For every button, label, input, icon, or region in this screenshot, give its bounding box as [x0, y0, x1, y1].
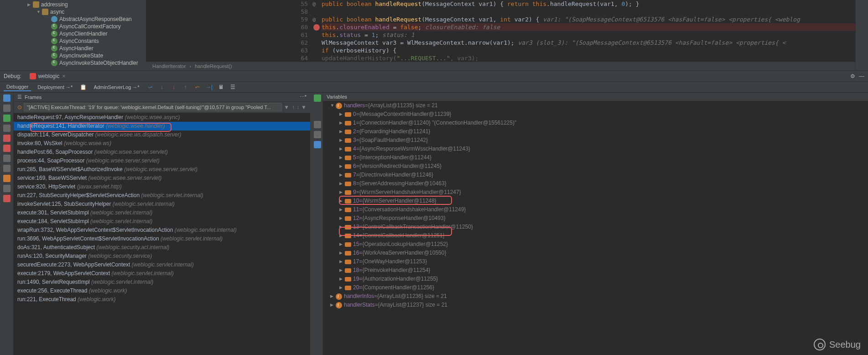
var-item[interactable]: ▶17 = {OneWayHandler@11253}: [323, 257, 868, 266]
var-item[interactable]: ▶16 = {WorkAreaServerHandler@10550}: [323, 249, 868, 257]
frame-item[interactable]: handleRequest:141, HandlerIterator (webl…: [14, 122, 310, 131]
frame-item[interactable]: handlePost:66, SoapProcessor (weblogic.w…: [14, 148, 310, 157]
var-item[interactable]: ▶0 = {MessageContextInitHandler@11239}: [323, 110, 868, 119]
frame-item[interactable]: invokeServlet:125, StubSecurityHelper (w…: [14, 200, 310, 209]
var-item[interactable]: ▶10 = {WsrmServerHandler@11248}: [323, 197, 868, 205]
expand-icon[interactable]: [314, 121, 321, 128]
var-item[interactable]: ▶3 = {SoapFaultHandler@11242}: [323, 136, 868, 145]
tree-item[interactable]: AsyncConstants: [0, 37, 146, 45]
frame-item[interactable]: handleRequest:97, AsyncResponseHandler (…: [14, 113, 310, 122]
var-item[interactable]: ▶5 = {InterceptionHandler@11244}: [323, 153, 868, 162]
prev-frame-icon[interactable]: ↑: [292, 104, 295, 110]
code-content[interactable]: public boolean handleRequest(MessageCont…: [322, 0, 855, 62]
step-out-icon[interactable]: ↑: [182, 83, 190, 91]
frame-item[interactable]: process:44, SoapProcessor (weblogic.wsee…: [14, 157, 310, 165]
var-item[interactable]: ▶19 = {AuthorizationHandler@11255}: [323, 275, 868, 283]
frame-item[interactable]: securedExecute:2273, WebAppServletContex…: [14, 261, 310, 269]
frame-item[interactable]: execute:256, ExecuteThread (weblogic.wor…: [14, 287, 310, 295]
tree-item[interactable]: AsyncHandler: [0, 45, 146, 52]
frame-item[interactable]: service:169, BaseWSServlet (weblogic.wse…: [14, 174, 310, 183]
frame-item[interactable]: run:1490, ServletRequestImpl (weblogic.s…: [14, 278, 310, 287]
update-icon[interactable]: [3, 104, 10, 112]
drop-frame-icon[interactable]: ⤺: [193, 83, 202, 91]
stop-icon[interactable]: [3, 135, 10, 142]
frame-item[interactable]: invoke:80, WsSkel (weblogic.wsee.ws): [14, 139, 310, 148]
variables-list[interactable]: ▼handlers = {ArrayList@11235} size = 21 …: [323, 101, 868, 355]
minimize-icon[interactable]: —: [859, 73, 864, 79]
frame-item[interactable]: execute:301, ServletStubImpl (weblogic.s…: [14, 209, 310, 217]
tab-adminserverlog[interactable]: AdminServerLog →*: [91, 84, 142, 91]
var-item[interactable]: ▶6 = {VersionRedirectHandler@11245}: [323, 162, 868, 171]
var-item[interactable]: ▶8 = {ServerAddressingHandler@10463}: [323, 179, 868, 188]
frame-item[interactable]: doAs:321, AuthenticatedSubject (weblogic…: [14, 243, 310, 252]
frame-item[interactable]: run:285, BaseWSServlet$AuthorizedInvoke …: [14, 165, 310, 174]
layout-icon[interactable]: ☰: [229, 83, 237, 91]
var-item[interactable]: ▶handlerInfos = {ArrayList@11236} size =…: [323, 292, 868, 301]
add-watch-icon[interactable]: [314, 94, 321, 102]
frame-item[interactable]: service:820, HttpServlet (javax.servlet.…: [14, 183, 310, 191]
force-step-into-icon[interactable]: ↓: [170, 83, 178, 91]
tree-item[interactable]: AsyncCallContextFactory: [0, 23, 146, 30]
var-item[interactable]: ▶13 = {ControlCallbackTransactionHandler…: [323, 223, 868, 231]
breadcrumb-class[interactable]: HandlerIterator: [152, 63, 186, 69]
tree-item[interactable]: AsyncInvokeStateObjectHandler: [0, 59, 146, 67]
var-handlers[interactable]: ▼handlers = {ArrayList@11235} size = 21: [323, 101, 868, 110]
frame-item[interactable]: wrapRun:3732, WebAppServletContext$Servl…: [14, 226, 310, 235]
var-item[interactable]: ▶handlerStats = {ArrayList@11237} size =…: [323, 301, 868, 309]
var-item[interactable]: ▶11 = {ConversationHandshakeHandler@1124…: [323, 205, 868, 214]
frame-item[interactable]: run:221, ExecuteThread (weblogic.work): [14, 295, 310, 304]
var-item[interactable]: ▶9 = {WsrmServerHandshakeHandler@11247}: [323, 188, 868, 197]
run-to-cursor-icon[interactable]: →|: [205, 83, 213, 91]
rerun-icon[interactable]: [3, 94, 10, 102]
pause-icon[interactable]: [3, 125, 10, 132]
var-item[interactable]: ▶7 = {DirectInvokeHandler@11246}: [323, 171, 868, 179]
tree-item[interactable]: AbstractAsyncResponseBean: [0, 16, 146, 23]
next-frame-icon[interactable]: ↓: [296, 104, 299, 110]
step-into-icon[interactable]: ↓: [158, 83, 166, 91]
step-over-icon[interactable]: ⤻: [146, 83, 154, 91]
pin-icon[interactable]: [3, 175, 10, 182]
debug-config-tab[interactable]: weblogic×: [26, 72, 69, 80]
filter-icon[interactable]: ▼: [301, 104, 307, 110]
gear-icon[interactable]: ⚙: [850, 73, 855, 79]
restore-layout-icon[interactable]: ☰: [17, 94, 22, 100]
evaluate-icon[interactable]: 🖩: [217, 83, 225, 91]
tree-item-addressing[interactable]: ▶addressing: [0, 1, 146, 8]
frame-item[interactable]: execute:184, ServletStubImpl (weblogic.s…: [14, 217, 310, 226]
resume-icon[interactable]: [3, 115, 10, 122]
frame-item[interactable]: run:3696, WebAppServletContext$ServletIn…: [14, 235, 310, 243]
var-item[interactable]: ▶2 = {ForwardingHandler@11241}: [323, 127, 868, 136]
breadcrumb[interactable]: HandlerIterator›handleRequest(): [146, 62, 855, 70]
var-item[interactable]: ▶20 = {ComponentHandler@11256}: [323, 283, 868, 292]
more-icon[interactable]: ⋯*: [300, 94, 307, 100]
close-icon[interactable]: ×: [62, 73, 65, 79]
server-icon[interactable]: 📋: [79, 83, 87, 91]
project-tree[interactable]: ▶addressing ▼async AbstractAsyncResponse…: [0, 0, 146, 70]
settings-icon[interactable]: [3, 165, 10, 172]
frame-item[interactable]: execute:2179, WebAppServletContext (webl…: [14, 269, 310, 278]
tree-item[interactable]: AsyncClientHandler: [0, 30, 146, 37]
thread-selector[interactable]: "[ACTIVE] ExecuteThread: '19' for queue:…: [24, 103, 282, 111]
mute-breakpoints-icon[interactable]: [3, 155, 10, 162]
var-item[interactable]: ▶1 = {ConnectionHandler@11240} "(Connect…: [323, 119, 868, 127]
frame-item[interactable]: runAs:120, SecurityManager (weblogic.sec…: [14, 252, 310, 261]
settings-icon[interactable]: [314, 141, 321, 148]
frame-item[interactable]: run:227, StubSecurityHelper$ServletServi…: [14, 191, 310, 200]
var-item[interactable]: ▶4 = {AsyncResponseWsrmWsscHandler@11243…: [323, 145, 868, 153]
right-toolstrip[interactable]: [855, 0, 868, 70]
copy-icon[interactable]: [314, 131, 321, 138]
var-item[interactable]: ▶15 = {OperationLookupHandler@11252}: [323, 240, 868, 249]
breadcrumb-method[interactable]: handleRequest(): [195, 63, 232, 69]
var-item[interactable]: ▶18 = {PreinvokeHandler@11254}: [323, 266, 868, 275]
tab-deployment[interactable]: Deployment →*: [35, 84, 75, 91]
tab-debugger[interactable]: Debugger: [4, 83, 31, 91]
var-item[interactable]: ▶14 = {ControlCallbackHandler@11251}: [323, 231, 868, 240]
var-item[interactable]: ▶12 = {AsyncResponseHandler@10493}: [323, 214, 868, 223]
frame-item[interactable]: dispatch:114, ServerDispatcher (weblogic…: [14, 131, 310, 139]
tree-item[interactable]: AsyncInvokeState: [0, 52, 146, 59]
help-icon[interactable]: [3, 185, 10, 192]
frames-list[interactable]: handleRequest:97, AsyncResponseHandler (…: [14, 113, 310, 355]
chevron-down-icon[interactable]: ▼: [284, 104, 289, 110]
close-icon[interactable]: [3, 195, 10, 202]
editor-area[interactable]: 55 58 59 60 61 62 63 64 @ @: [146, 0, 855, 70]
